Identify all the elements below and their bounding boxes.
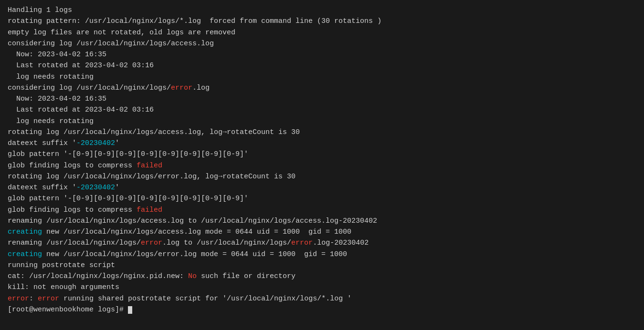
terminal-text: .log-20230402 (313, 239, 369, 247)
terminal-text: log needs rotating (8, 73, 94, 81)
terminal-text: .log (192, 84, 210, 92)
terminal-text: new /usr/local/nginx/logs/error.log mode… (42, 250, 347, 258)
terminal-line: empty log files are not rotated, old log… (8, 27, 636, 38)
terminal-line: running postrotate script (8, 260, 636, 271)
terminal-line: rotating log /usr/local/nginx/logs/acces… (8, 127, 636, 138)
terminal-line: considering log /usr/local/nginx/logs/er… (8, 82, 636, 93)
terminal-text: -20230402 (76, 139, 115, 147)
terminal-text: failed (137, 206, 162, 214)
terminal-text: dateext suffix ' (8, 139, 76, 147)
terminal-line: glob pattern '-[0-9][0-9][0-9][0-9][0-9]… (8, 193, 636, 204)
terminal-text: Handling 1 logs (8, 6, 72, 14)
terminal-text: creating (8, 228, 42, 236)
terminal-line: rotating log /usr/local/nginx/logs/error… (8, 171, 636, 182)
terminal-text: error (171, 84, 192, 92)
terminal-text: error (38, 295, 59, 303)
terminal-text: renaming /usr/local/nginx/logs/ (8, 239, 141, 247)
terminal-text: ' (115, 139, 119, 147)
terminal-line: glob finding logs to compress failed (8, 205, 636, 216)
terminal-line: Now: 2023-04-02 16:35 (8, 93, 636, 104)
terminal-text: Last rotated at 2023-04-02 03:16 (8, 106, 154, 114)
terminal-text: Last rotated at 2023-04-02 03:16 (8, 62, 154, 70)
terminal-text: such file or directory (197, 272, 296, 280)
terminal-text: considering log /usr/local/nginx/logs/ (8, 84, 171, 92)
terminal-text: glob finding logs to compress (8, 162, 137, 170)
terminal-line: Now: 2023-04-02 16:35 (8, 49, 636, 60)
terminal-text: -20230402 (76, 184, 115, 192)
terminal-line: error: error running shared postrotate s… (8, 293, 636, 304)
terminal-text: error (291, 239, 313, 247)
terminal-line: renaming /usr/local/nginx/logs/error.log… (8, 237, 636, 248)
terminal-line: dateext suffix '-20230402' (8, 182, 636, 193)
terminal-line: creating new /usr/local/nginx/logs/acces… (8, 227, 636, 237)
terminal-text: .log to /usr/local/nginx/logs/ (162, 239, 291, 247)
terminal-line: dateext suffix '-20230402' (8, 138, 636, 149)
terminal-cursor (128, 306, 132, 314)
terminal-text: rotating log /usr/local/nginx/logs/acces… (8, 128, 300, 136)
terminal-text: log needs rotating (8, 117, 94, 125)
terminal-text: new /usr/local/nginx/logs/access.log mod… (42, 228, 351, 236)
terminal-text: considering log /usr/local/nginx/logs/ac… (8, 40, 214, 48)
terminal-text: rotating log /usr/local/nginx/logs/error… (8, 173, 296, 181)
terminal-text: running shared postrotate script for '/u… (59, 295, 351, 303)
terminal-line: cat: /usr/local/nginx/logs/nginx.pid.new… (8, 271, 636, 282)
terminal-text: Now: 2023-04-02 16:35 (8, 95, 106, 103)
terminal-line: creating new /usr/local/nginx/logs/error… (8, 249, 636, 260)
terminal-text: kill: not enough arguments (8, 283, 119, 291)
terminal-text: : (29, 295, 38, 303)
terminal-line: rotating pattern: /usr/local/nginx/logs/… (8, 16, 636, 27)
terminal-text: glob pattern '-[0-9][0-9][0-9][0-9][0-9]… (8, 195, 248, 203)
terminal-text: ' (115, 184, 119, 192)
terminal-text: error (8, 295, 29, 303)
terminal-text: glob pattern '-[0-9][0-9][0-9][0-9][0-9]… (8, 150, 248, 158)
terminal-line: log needs rotating (8, 116, 636, 127)
terminal-text: cat: /usr/local/nginx/logs/nginx.pid.new… (8, 272, 188, 280)
terminal-text: No (188, 272, 197, 280)
terminal-line: considering log /usr/local/nginx/logs/ac… (8, 38, 636, 49)
terminal-text: Now: 2023-04-02 16:35 (8, 51, 106, 59)
terminal-text: running postrotate script (8, 261, 115, 269)
terminal-text: empty log files are not rotated, old log… (8, 29, 235, 37)
terminal-text: failed (137, 162, 162, 170)
terminal-line: Handling 1 logs (8, 5, 636, 16)
terminal-line: [root@wenwenbookhome logs]# (8, 304, 636, 315)
terminal-text: rotating pattern: /usr/local/nginx/logs/… (8, 17, 381, 25)
terminal-text: [root@wenwenbookhome logs]# (8, 306, 128, 314)
terminal-text: dateext suffix ' (8, 184, 76, 192)
terminal-line: Last rotated at 2023-04-02 03:16 (8, 104, 636, 115)
terminal-window: Handling 1 logsrotating pattern: /usr/lo… (8, 5, 636, 315)
terminal-line: glob pattern '-[0-9][0-9][0-9][0-9][0-9]… (8, 149, 636, 160)
terminal-line: renaming /usr/local/nginx/logs/access.lo… (8, 216, 636, 227)
terminal-line: log needs rotating (8, 72, 636, 82)
terminal-text: creating (8, 250, 42, 258)
terminal-text: glob finding logs to compress (8, 206, 137, 214)
terminal-text: error (141, 239, 162, 247)
terminal-line: kill: not enough arguments (8, 282, 636, 293)
terminal-line: glob finding logs to compress failed (8, 160, 636, 171)
terminal-line: Last rotated at 2023-04-02 03:16 (8, 60, 636, 71)
terminal-text: renaming /usr/local/nginx/logs/access.lo… (8, 217, 377, 225)
